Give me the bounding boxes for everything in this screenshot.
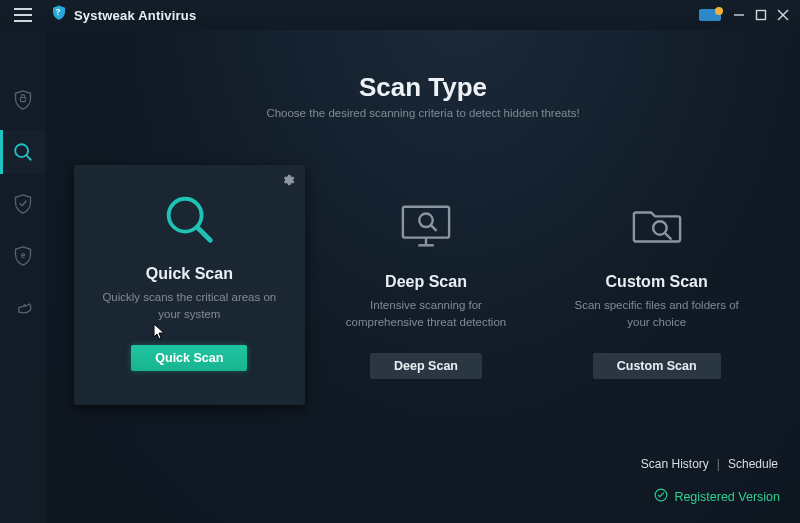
shield-logo-icon: [50, 4, 68, 26]
card-deep-scan[interactable]: Deep Scan Intensive scanning for compreh…: [311, 175, 542, 405]
svg-point-10: [15, 144, 28, 157]
page-subtitle: Choose the desired scanning criteria to …: [74, 107, 772, 119]
scan-history-link[interactable]: Scan History: [641, 457, 709, 471]
maximize-button[interactable]: [750, 4, 772, 26]
card-title: Custom Scan: [557, 273, 756, 291]
sidebar-item-web[interactable]: e: [0, 234, 46, 278]
cursor-icon: [153, 323, 167, 345]
svg-line-22: [664, 233, 671, 240]
menu-button[interactable]: [0, 0, 46, 30]
sidebar-item-quarantine[interactable]: [0, 182, 46, 226]
card-desc: Intensive scanning for comprehensive thr…: [327, 297, 526, 331]
titlebar: Systweak Antivirus: [0, 0, 800, 30]
svg-text:e: e: [21, 251, 26, 261]
separator: |: [717, 457, 720, 471]
page-title: Scan Type: [74, 72, 772, 103]
card-title: Deep Scan: [327, 273, 526, 291]
card-custom-scan[interactable]: Custom Scan Scan specific files and fold…: [541, 175, 772, 405]
folder-search-icon: [557, 191, 756, 263]
sidebar: e: [0, 30, 46, 523]
svg-rect-9: [21, 98, 26, 102]
quick-scan-button[interactable]: Quick Scan: [131, 345, 247, 371]
app-title: Systweak Antivirus: [74, 8, 196, 23]
gear-icon[interactable]: [281, 173, 295, 191]
svg-line-11: [27, 156, 32, 161]
footer-links: Scan History | Schedule: [641, 457, 778, 471]
registered-label: Registered Version: [674, 490, 780, 504]
search-icon: [90, 183, 289, 255]
monitor-search-icon: [327, 191, 526, 263]
svg-rect-16: [403, 207, 449, 238]
brand: Systweak Antivirus: [50, 4, 196, 26]
sidebar-item-protection[interactable]: [0, 78, 46, 122]
svg-point-13: [23, 304, 26, 307]
pro-badge-icon[interactable]: [698, 6, 726, 24]
card-desc: Scan specific files and folders of your …: [557, 297, 756, 331]
scan-cards: Quick Scan Quickly scans the critical ar…: [74, 175, 772, 405]
svg-point-19: [419, 214, 432, 227]
svg-line-20: [431, 225, 437, 231]
registered-status: Registered Version: [654, 488, 780, 505]
sidebar-item-boost[interactable]: [0, 286, 46, 330]
main-content: Scan Type Choose the desired scanning cr…: [46, 30, 800, 523]
check-circle-icon: [654, 488, 668, 505]
custom-scan-button[interactable]: Custom Scan: [593, 353, 721, 379]
close-button[interactable]: [772, 4, 794, 26]
sidebar-item-scan[interactable]: [0, 130, 46, 174]
deep-scan-button[interactable]: Deep Scan: [370, 353, 482, 379]
svg-rect-6: [757, 11, 766, 20]
schedule-link[interactable]: Schedule: [728, 457, 778, 471]
svg-line-15: [198, 228, 211, 241]
card-desc: Quickly scans the critical areas on your…: [90, 289, 289, 323]
svg-point-21: [653, 221, 666, 234]
card-title: Quick Scan: [90, 265, 289, 283]
minimize-button[interactable]: [728, 4, 750, 26]
svg-point-4: [715, 7, 723, 15]
card-quick-scan[interactable]: Quick Scan Quickly scans the critical ar…: [74, 165, 305, 405]
